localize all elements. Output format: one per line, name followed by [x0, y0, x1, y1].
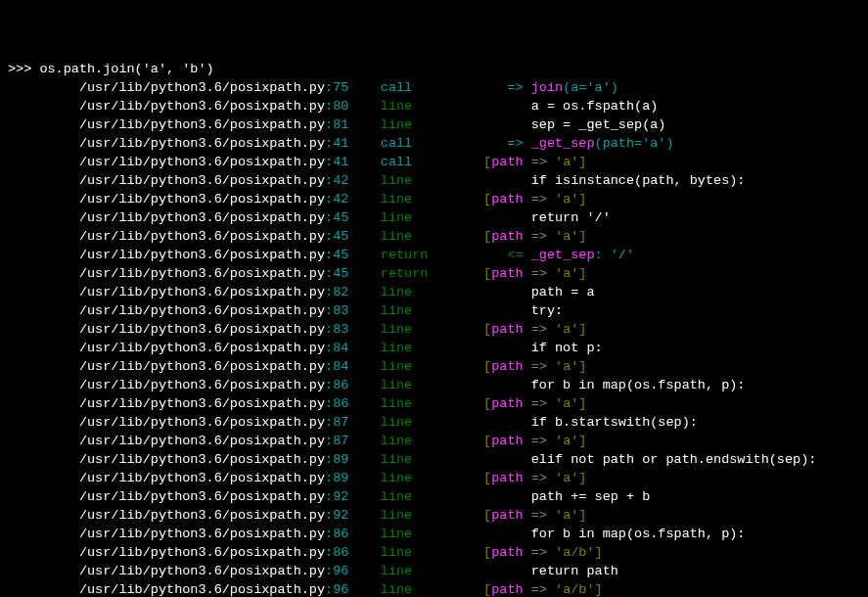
trace-filepath: /usr/lib/python3.6/posixpath.py	[8, 155, 325, 169]
trace-line: /usr/lib/python3.6/posixpath.py:86 line …	[8, 525, 860, 543]
trace-line: /usr/lib/python3.6/posixpath.py:42 line …	[8, 171, 860, 190]
trace-var-value: 'a'	[555, 229, 578, 244]
call-arrow-icon: =>	[483, 136, 531, 151]
separator-colon: :	[325, 396, 333, 411]
trace-filepath: /usr/lib/python3.6/posixpath.py	[8, 471, 325, 485]
trace-lineno: 86	[333, 396, 348, 411]
repl-command: os.path.join('a', 'b')	[39, 62, 213, 76]
trace-filepath: /usr/lib/python3.6/posixpath.py	[8, 341, 325, 355]
trace-code: return '/'	[483, 210, 611, 225]
bracket-close: ]	[578, 434, 586, 448]
fat-arrow-icon: =>	[524, 359, 555, 374]
trace-code: for b in map(os.fspath, p):	[483, 378, 745, 392]
trace-line: /usr/lib/python3.6/posixpath.py:82 line …	[8, 283, 860, 301]
repl-input-line[interactable]: >>> os.path.join('a', 'b')	[8, 60, 860, 78]
trace-var-value: 'a'	[555, 508, 578, 523]
fat-arrow-icon: =>	[524, 396, 555, 411]
trace-line: /usr/lib/python3.6/posixpath.py:83 line …	[8, 320, 860, 339]
trace-filepath: /usr/lib/python3.6/posixpath.py	[8, 359, 325, 374]
bracket-open: [	[483, 582, 491, 597]
trace-var-value: 'a/b'	[555, 545, 595, 560]
bracket-close: ]	[595, 582, 603, 597]
trace-line: /usr/lib/python3.6/posixpath.py:81 line …	[8, 115, 860, 134]
fat-arrow-icon: =>	[524, 192, 555, 207]
separator-colon: :	[325, 136, 333, 151]
trace-line: /usr/lib/python3.6/posixpath.py:41 call …	[8, 153, 860, 171]
trace-code: if isinstance(path, bytes):	[483, 173, 745, 188]
separator-colon: :	[325, 248, 333, 262]
separator-colon: :	[325, 266, 333, 281]
separator-colon: :	[325, 155, 333, 169]
trace-filepath: /usr/lib/python3.6/posixpath.py	[8, 80, 325, 95]
bracket-close: ]	[578, 192, 586, 207]
trace-line: /usr/lib/python3.6/posixpath.py:75 call …	[8, 78, 860, 97]
trace-var-name: path	[491, 192, 523, 207]
trace-filepath: /usr/lib/python3.6/posixpath.py	[8, 434, 325, 448]
separator-colon: :	[325, 582, 333, 597]
fat-arrow-icon: =>	[524, 322, 555, 337]
trace-lineno: 89	[333, 471, 348, 485]
trace-event: line	[381, 415, 412, 430]
trace-var-value: 'a/b'	[555, 582, 595, 597]
trace-lineno: 83	[333, 322, 348, 337]
trace-event: return	[381, 266, 429, 281]
trace-filepath: /usr/lib/python3.6/posixpath.py	[8, 266, 325, 281]
separator-colon: :	[325, 117, 333, 132]
trace-lineno: 41	[333, 136, 348, 151]
bracket-open: [	[483, 322, 491, 337]
bracket-open: [	[483, 396, 491, 411]
trace-lineno: 45	[333, 266, 348, 281]
trace-lineno: 96	[333, 564, 348, 578]
trace-lineno: 84	[333, 359, 348, 374]
separator-colon: :	[325, 527, 333, 541]
trace-filepath: /usr/lib/python3.6/posixpath.py	[8, 322, 325, 337]
trace-var-value: 'a'	[555, 192, 578, 207]
return-arrow-icon: <=	[483, 248, 531, 262]
bracket-close: ]	[578, 266, 586, 281]
trace-lineno: 42	[333, 173, 348, 188]
trace-var-name: path	[491, 396, 523, 411]
trace-event: line	[381, 303, 412, 318]
trace-var-name: path	[491, 229, 523, 244]
bracket-open: [	[483, 508, 491, 523]
trace-lineno: 84	[333, 341, 348, 355]
trace-var-value: 'a'	[555, 359, 578, 374]
trace-filepath: /usr/lib/python3.6/posixpath.py	[8, 136, 325, 151]
trace-code: if b.startswith(sep):	[483, 415, 698, 430]
trace-var-value: 'a'	[555, 322, 578, 337]
trace-var-value: 'a'	[555, 471, 578, 485]
trace-var-name: path	[491, 322, 523, 337]
trace-code: if not p:	[483, 341, 603, 355]
trace-event: call	[381, 155, 412, 169]
trace-event: line	[381, 564, 412, 578]
trace-event: line	[381, 359, 412, 374]
separator-colon: :	[325, 471, 333, 485]
trace-lineno: 81	[333, 117, 348, 132]
trace-event: line	[381, 173, 412, 188]
bracket-close: ]	[578, 396, 586, 411]
bracket-open: [	[483, 434, 491, 448]
bracket-close: ]	[578, 322, 586, 337]
bracket-open: [	[483, 359, 491, 374]
trace-code: sep = _get_sep(a)	[483, 117, 665, 132]
trace-line: /usr/lib/python3.6/posixpath.py:83 line …	[8, 301, 860, 320]
trace-event: line	[381, 434, 412, 448]
trace-lineno: 87	[333, 434, 348, 448]
trace-event: line	[381, 582, 412, 597]
bracket-open: [	[483, 266, 491, 281]
trace-filepath: /usr/lib/python3.6/posixpath.py	[8, 489, 325, 504]
bracket-close: ]	[595, 545, 603, 560]
separator-colon: :	[325, 508, 333, 523]
trace-filepath: /usr/lib/python3.6/posixpath.py	[8, 545, 325, 560]
separator-colon: :	[325, 378, 333, 392]
bracket-close: ]	[578, 155, 586, 169]
separator-colon: :	[325, 564, 333, 578]
trace-lineno: 41	[333, 155, 348, 169]
trace-filepath: /usr/lib/python3.6/posixpath.py	[8, 378, 325, 392]
fat-arrow-icon: =>	[524, 582, 555, 597]
separator-colon: :	[325, 99, 333, 114]
trace-event: line	[381, 527, 412, 541]
separator-colon: :	[325, 434, 333, 448]
fat-arrow-icon: =>	[524, 508, 555, 523]
trace-lineno: 82	[333, 285, 348, 299]
